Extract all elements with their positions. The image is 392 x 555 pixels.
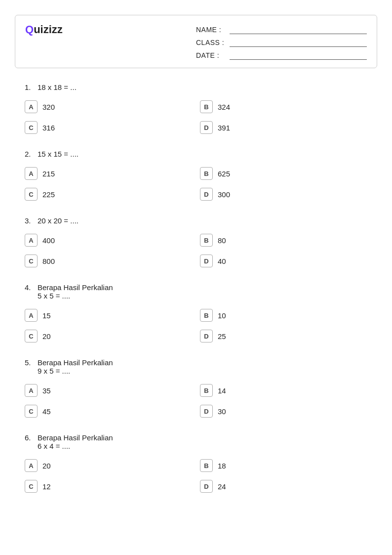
- question-1-text: 1.18 x 18 = ...: [25, 83, 372, 91]
- option-value-C: 20: [42, 332, 51, 341]
- option-letter-A: A: [25, 309, 38, 322]
- option-value-C: 316: [42, 124, 55, 132]
- option-value-D: 391: [218, 124, 230, 132]
- question-5-option-A[interactable]: A35: [22, 382, 197, 399]
- question-3-option-D[interactable]: D40: [197, 253, 372, 269]
- option-letter-C: C: [25, 330, 38, 342]
- header-left: Quizizz: [25, 23, 196, 48]
- option-value-D: 40: [218, 257, 226, 265]
- option-letter-D: D: [200, 255, 213, 267]
- logo-q: Q: [25, 23, 34, 36]
- question-1-number: 1.: [25, 83, 38, 91]
- option-letter-C: C: [25, 121, 38, 134]
- question-2-option-D[interactable]: D300: [197, 186, 372, 203]
- question-2-number: 2.: [25, 150, 38, 158]
- question-1-option-D[interactable]: D391: [197, 119, 372, 136]
- logo-rest: uizizz: [34, 23, 63, 36]
- question-3: 3.20 x 20 = ....A400B80C800D40: [20, 216, 372, 269]
- option-value-B: 18: [218, 462, 226, 470]
- date-line: [230, 51, 367, 60]
- name-line: [230, 25, 367, 34]
- question-4-options: A15B10C20D25: [22, 307, 372, 344]
- question-5-options: A35B14C45D30: [22, 382, 372, 420]
- option-letter-D: D: [200, 480, 213, 493]
- question-5: 5.Berapa Hasil Perkalian9 x 5 = ....A35B…: [20, 358, 372, 420]
- question-5-option-D[interactable]: D30: [197, 403, 372, 420]
- question-3-options: A400B80C800D40: [22, 232, 372, 269]
- name-label: NAME :: [196, 26, 226, 34]
- question-5-option-C[interactable]: C45: [22, 403, 197, 420]
- option-letter-A: A: [25, 459, 38, 472]
- question-6-option-A[interactable]: A20: [22, 457, 197, 474]
- question-4-option-A[interactable]: A15: [22, 307, 197, 324]
- question-6-option-D[interactable]: D24: [197, 478, 372, 495]
- option-value-B: 324: [218, 103, 230, 111]
- option-letter-B: B: [200, 167, 213, 180]
- question-1: 1.18 x 18 = ...A320B324C316D391: [20, 83, 372, 136]
- question-4-text: 4.Berapa Hasil Perkalian5 x 5 = ....: [25, 283, 372, 300]
- question-6-text: 6.Berapa Hasil Perkalian6 x 4 = ....: [25, 433, 372, 450]
- option-letter-B: B: [200, 234, 213, 247]
- option-value-C: 45: [42, 407, 51, 416]
- logo: Quizizz: [25, 23, 196, 36]
- question-6-option-C[interactable]: C12: [22, 478, 197, 495]
- option-letter-D: D: [200, 188, 213, 201]
- question-5-option-B[interactable]: B14: [197, 382, 372, 399]
- question-4: 4.Berapa Hasil Perkalian5 x 5 = ....A15B…: [20, 283, 372, 344]
- option-letter-B: B: [200, 459, 213, 472]
- question-2-option-C[interactable]: C225: [22, 186, 197, 203]
- question-1-option-B[interactable]: B324: [197, 98, 372, 115]
- option-letter-B: B: [200, 100, 213, 113]
- option-value-A: 215: [42, 170, 55, 178]
- question-2-option-B[interactable]: B625: [197, 165, 372, 182]
- option-value-A: 400: [42, 236, 55, 245]
- option-letter-A: A: [25, 384, 38, 397]
- question-5-text: 5.Berapa Hasil Perkalian9 x 5 = ....: [25, 358, 372, 375]
- class-line: [230, 38, 367, 47]
- class-label: CLASS :: [196, 39, 226, 46]
- question-1-options: A320B324C316D391: [22, 98, 372, 136]
- option-value-B: 80: [218, 236, 226, 245]
- question-2-option-A[interactable]: A215: [22, 165, 197, 182]
- header-right: NAME : CLASS : DATE :: [196, 23, 367, 60]
- class-field-row: CLASS :: [196, 38, 367, 47]
- date-label: DATE :: [196, 51, 226, 59]
- question-3-number: 3.: [25, 216, 38, 225]
- option-letter-A: A: [25, 167, 38, 180]
- question-6-options: A20B18C12D24: [22, 457, 372, 495]
- option-value-A: 20: [42, 462, 51, 470]
- question-3-option-A[interactable]: A400: [22, 232, 197, 249]
- option-letter-D: D: [200, 330, 213, 342]
- question-6-option-B[interactable]: B18: [197, 457, 372, 474]
- option-value-C: 12: [42, 482, 51, 491]
- option-value-C: 225: [42, 190, 55, 199]
- option-letter-D: D: [200, 405, 213, 418]
- option-value-A: 35: [42, 386, 51, 395]
- option-value-B: 14: [218, 386, 226, 395]
- question-3-option-B[interactable]: B80: [197, 232, 372, 249]
- option-letter-C: C: [25, 255, 38, 267]
- question-2-text: 2.15 x 15 = ....: [25, 150, 372, 158]
- question-1-option-C[interactable]: C316: [22, 119, 197, 136]
- option-value-D: 30: [218, 407, 226, 416]
- question-2: 2.15 x 15 = ....A215B625C225D300: [20, 150, 372, 203]
- question-4-number: 4.: [25, 283, 38, 292]
- question-3-option-C[interactable]: C800: [22, 253, 197, 269]
- questions-section: 1.18 x 18 = ...A320B324C316D3912.15 x 15…: [15, 83, 377, 495]
- option-value-B: 625: [218, 170, 230, 178]
- question-4-option-C[interactable]: C20: [22, 328, 197, 344]
- option-letter-C: C: [25, 480, 38, 493]
- question-1-option-A[interactable]: A320: [22, 98, 197, 115]
- option-value-A: 15: [42, 311, 51, 320]
- header-box: Quizizz NAME : CLASS : DATE :: [15, 15, 377, 68]
- question-3-text: 3.20 x 20 = ....: [25, 216, 372, 225]
- option-value-B: 10: [218, 311, 226, 320]
- question-4-option-B[interactable]: B10: [197, 307, 372, 324]
- option-value-A: 320: [42, 103, 55, 111]
- question-2-options: A215B625C225D300: [22, 165, 372, 203]
- question-6: 6.Berapa Hasil Perkalian6 x 4 = ....A20B…: [20, 433, 372, 495]
- question-5-number: 5.: [25, 358, 38, 367]
- date-field-row: DATE :: [196, 51, 367, 60]
- option-letter-C: C: [25, 405, 38, 418]
- question-4-option-D[interactable]: D25: [197, 328, 372, 344]
